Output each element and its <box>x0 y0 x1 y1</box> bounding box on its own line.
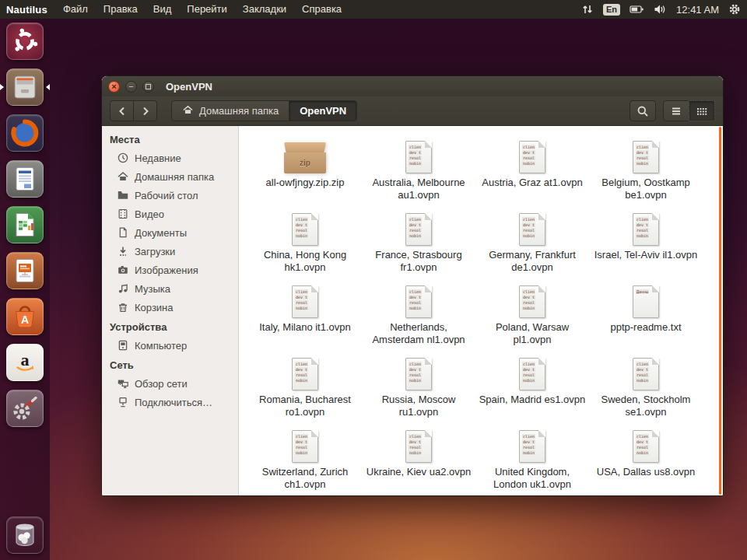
menubar-item[interactable]: Правка <box>96 0 146 19</box>
svg-text:A: A <box>21 313 29 326</box>
file-name: Sweden, Stockholm se1.ovpn <box>592 394 700 418</box>
file-item[interactable]: cliendev tresolnobin Australia, Melbourn… <box>362 131 475 201</box>
scrollbar[interactable] <box>719 127 721 495</box>
ovpn-file-icon: cliendev tresolnobin <box>405 141 432 173</box>
file-item[interactable]: cliendev tresolnobin Romania, Bucharest … <box>248 348 362 418</box>
sidebar-item[interactable]: Обзор сети <box>102 374 238 393</box>
menubar-item[interactable]: Вид <box>146 0 180 19</box>
sidebar-item[interactable]: Загрузки <box>102 242 238 261</box>
ovpn-file-icon: cliendev tresolnobin <box>519 285 545 318</box>
dock-item-system-settings[interactable] <box>0 390 50 427</box>
files-icon <box>6 68 44 106</box>
home-icon <box>117 170 129 183</box>
dock-item-files[interactable] <box>0 68 50 106</box>
ubuntu-dash-icon <box>6 23 44 60</box>
window-title: OpenVPN <box>166 81 212 93</box>
music-icon <box>117 282 129 295</box>
sidebar-item[interactable]: Изображения <box>102 261 238 279</box>
battery-icon[interactable] <box>630 4 644 15</box>
file-name: Belgium, Oostkamp be1.ovpn <box>592 177 700 201</box>
nautilus-window: × − OpenVPN Домашняя папка OpenVPN <box>101 75 724 496</box>
maximize-button[interactable] <box>142 81 154 93</box>
file-item[interactable]: zip all-owfjngy.zip.zip <box>248 131 362 201</box>
file-item[interactable]: cliendev tresolnobin USA, Dallas us8.ovp… <box>589 420 703 491</box>
window-titlebar[interactable]: × − OpenVPN <box>102 76 723 96</box>
trash-small-icon <box>117 301 129 313</box>
file-item[interactable]: cliendev tresolnobin United Kingdom, Lon… <box>475 420 589 491</box>
file-name: Austria, Graz at1.ovpn <box>482 177 582 189</box>
dock-item-ubuntu-dash[interactable] <box>0 23 50 60</box>
file-item[interactable]: cliendev tresolnobin Ukraine, Kiev ua2.o… <box>362 420 475 491</box>
file-item[interactable]: cliendev tresolnobin Russia, Moscow ru1.… <box>362 348 475 418</box>
sidebar-item[interactable]: Рабочий стол <box>102 186 238 205</box>
ovpn-file-icon: cliendev tresolnobin <box>519 141 545 173</box>
running-indicator <box>0 84 4 90</box>
file-name: Italy, Milano it1.ovpn <box>259 321 351 334</box>
sidebar-item[interactable]: Домашняя папка <box>102 167 238 186</box>
sidebar-section-title: Устройства <box>102 317 238 336</box>
file-item[interactable]: cliendev tresolnobin Belgium, Oostkamp b… <box>589 131 703 201</box>
dock-item-libreoffice-writer[interactable] <box>0 160 50 198</box>
places-sidebar: Места Недавние Домашняя папка Рабочий ст… <box>102 126 239 495</box>
menubar-item[interactable]: Файл <box>55 0 96 19</box>
minimize-button[interactable]: − <box>125 81 137 93</box>
file-item[interactable]: cliendev tresolnobin Israel, Tel-Aviv il… <box>589 203 703 274</box>
sidebar-item[interactable]: Недавние <box>102 149 238 167</box>
forward-button[interactable] <box>133 100 157 121</box>
list-view-button[interactable] <box>663 100 689 121</box>
ovpn-file-icon: cliendev tresolnobin <box>292 285 318 318</box>
dock-item-libreoffice-impress[interactable] <box>0 252 50 289</box>
sidebar-item[interactable]: Корзина <box>102 298 238 317</box>
unity-launcher: A a <box>0 19 50 560</box>
back-button[interactable] <box>110 100 134 121</box>
session-gear-icon[interactable] <box>728 3 741 16</box>
network-icon <box>117 377 129 390</box>
sidebar-item[interactable]: Компьютер <box>102 336 238 355</box>
menubar-item[interactable]: Справка <box>294 0 349 19</box>
grid-view-button[interactable] <box>689 100 715 121</box>
breadcrumb-item[interactable]: Домашняя папка <box>171 100 289 121</box>
close-button[interactable]: × <box>108 81 120 93</box>
file-name: Germany, Frankfurt de1.ovpn <box>479 249 586 274</box>
file-item[interactable]: cliendev tresolnobin Germany, Frankfurt … <box>475 203 589 274</box>
file-view: zip all-owfjngy.zip.zip cliendev tresoln… <box>239 126 723 495</box>
file-item[interactable]: cliendev tresolnobin China, Hong Kong hk… <box>248 203 362 274</box>
file-item[interactable]: cliendev tresolnobin Switzerland, Zurich… <box>248 420 362 491</box>
dock-item-trash[interactable] <box>0 516 50 554</box>
focused-indicator <box>46 84 50 90</box>
clock-label[interactable]: 12:41 AM <box>676 4 719 16</box>
file-name: Switzerland, Zurich ch1.ovpn <box>251 466 359 491</box>
search-button[interactable] <box>630 100 656 121</box>
file-item[interactable]: cliendev tresolnobin Italy, Milano it1.o… <box>248 275 362 346</box>
file-item[interactable]: cliendev tresolnobin Poland, Warsaw pl1.… <box>475 275 589 346</box>
file-item[interactable]: cliendev tresolnobin Austria, Graz at1.o… <box>475 131 589 201</box>
volume-icon[interactable] <box>654 4 667 15</box>
libreoffice-impress-icon <box>6 252 44 289</box>
sidebar-item[interactable]: Подключиться… <box>102 393 238 411</box>
sidebar-item[interactable]: Музыка <box>102 279 238 298</box>
ovpn-file-icon: cliendev tresolnobin <box>519 430 545 463</box>
dock-item-software-center[interactable]: A <box>0 298 50 335</box>
firefox-icon <box>6 114 44 152</box>
trash-icon <box>6 516 44 554</box>
sidebar-item[interactable]: Видео <box>102 205 238 223</box>
file-name: United Kingdom, London uk1.ovpn <box>479 466 586 491</box>
file-item[interactable]: Данны pptp-readme.txt <box>589 275 703 346</box>
file-item[interactable]: cliendev tresolnobin Spain, Madrid es1.o… <box>475 348 589 418</box>
keyboard-layout-indicator[interactable]: En <box>603 4 620 16</box>
file-item[interactable]: cliendev tresolnobin France, Strasbourg … <box>362 203 475 274</box>
ovpn-file-icon: cliendev tresolnobin <box>292 213 318 246</box>
sidebar-item[interactable]: Документы <box>102 223 238 242</box>
dock-item-amazon[interactable]: a <box>0 344 50 381</box>
libreoffice-writer-icon <box>6 160 44 198</box>
dock-item-firefox[interactable] <box>0 114 50 152</box>
breadcrumb-item[interactable]: OpenVPN <box>289 100 357 121</box>
network-arrows-icon[interactable] <box>581 3 594 16</box>
menubar-item[interactable]: Закладки <box>235 0 294 19</box>
dock-item-libreoffice-calc[interactable] <box>0 206 50 243</box>
file-item[interactable]: cliendev tresolnobin Netherlands, Amster… <box>362 275 475 346</box>
file-name: Australia, Melbourne au1.ovpn <box>365 177 472 201</box>
file-item[interactable]: cliendev tresolnobin Sweden, Stockholm s… <box>589 348 703 418</box>
menubar-item[interactable]: Перейти <box>179 0 235 19</box>
downloads-icon <box>117 245 129 257</box>
